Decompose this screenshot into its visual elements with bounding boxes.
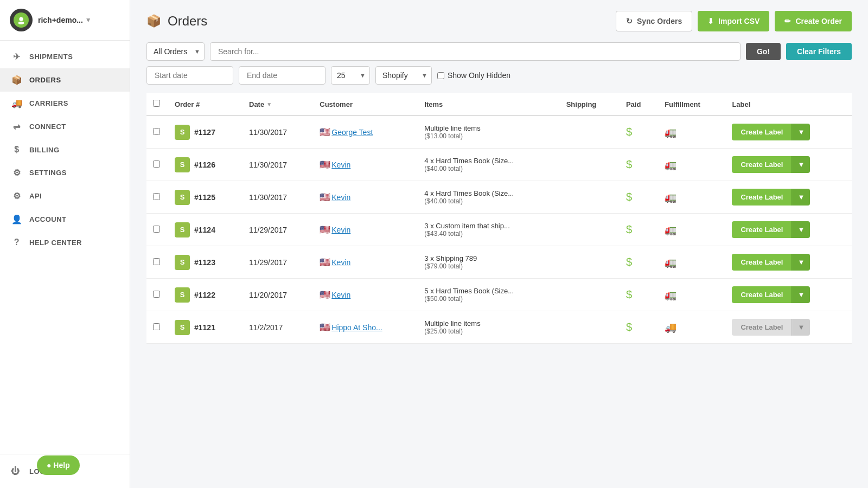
import-icon: ⬇ [707, 17, 714, 25]
customer-name-link[interactable]: Kevin [331, 226, 350, 234]
sidebar-item-orders[interactable]: 📦 ORDERS [0, 68, 130, 92]
sidebar-item-settings[interactable]: ⚙ SETTINGS [0, 161, 130, 184]
row-checkbox[interactable] [153, 160, 160, 168]
store-select-wrap: Shopify All Stores Manual ▼ [375, 66, 432, 85]
create-label-dropdown-button-disabled[interactable]: ▼ [792, 319, 810, 336]
row-label-cell: Create Label▼ [725, 246, 852, 279]
per-page-select[interactable]: 25 50 100 [331, 66, 370, 85]
start-date-input[interactable] [146, 66, 233, 85]
row-shipping-cell [560, 214, 620, 246]
sync-orders-button[interactable]: ↻ Sync Orders [616, 11, 692, 31]
create-label-dropdown-button[interactable]: ▼ [792, 156, 810, 173]
order-number: #1121 [194, 323, 215, 332]
sidebar-item-shipments[interactable]: ✈ SHIPMENTS [0, 45, 130, 68]
items-total: ($50.00 total) [424, 295, 553, 303]
row-date-cell: 11/30/2017 [242, 149, 313, 181]
billing-icon: $ [11, 145, 23, 155]
table-row: S #1124 11/29/2017 🇺🇸Kevin 3 x Custom it… [146, 214, 852, 246]
import-csv-button[interactable]: ⬇ Import CSV [698, 11, 769, 31]
show-only-hidden-checkbox[interactable] [437, 72, 444, 79]
select-all-checkbox[interactable] [153, 100, 160, 107]
create-label-dropdown-button[interactable]: ▼ [792, 189, 810, 206]
paid-icon: $ [626, 256, 632, 268]
go-button[interactable]: Go! [746, 43, 781, 60]
sidebar-item-account[interactable]: 👤 ACCOUNT [0, 208, 130, 231]
create-label-dropdown-button[interactable]: ▼ [792, 124, 810, 140]
create-label-dropdown-button[interactable]: ▼ [792, 221, 810, 238]
customer-name-link[interactable]: Hippo At Sho... [331, 323, 382, 332]
customer-name-link[interactable]: George Test [331, 128, 373, 137]
table-row: S #1123 11/29/2017 🇺🇸Kevin 3 x Shipping … [146, 246, 852, 279]
sidebar-item-api[interactable]: ⚙ API [0, 184, 130, 208]
row-checkbox[interactable] [153, 291, 160, 298]
customer-name-link[interactable]: Kevin [331, 193, 350, 202]
fulfillment-icon: 🚛 [665, 224, 676, 235]
row-checkbox[interactable] [153, 128, 160, 135]
row-paid-cell: $ [620, 115, 658, 149]
items-description: 3 x Shipping 789 [424, 254, 553, 262]
main-content: 📦 Orders ↻ Sync Orders ⬇ Import CSV ✏ Cr… [130, 0, 868, 488]
shopify-icon: S [175, 125, 190, 140]
orders-table-wrap: Order # Date ▼ Customer Items Shipping P… [130, 93, 868, 488]
all-orders-select[interactable]: All Orders Unfulfilled Fulfilled [146, 42, 205, 61]
row-checkbox-cell [146, 149, 168, 181]
sidebar-item-help-center[interactable]: ? HELP CENTER [0, 231, 130, 254]
search-input[interactable] [210, 42, 741, 61]
create-label-button[interactable]: Create Label [732, 156, 792, 173]
sidebar-logo[interactable]: rich+demo... ▼ [0, 0, 130, 41]
row-checkbox[interactable] [153, 258, 160, 265]
order-number: #1122 [194, 291, 215, 299]
create-label-button[interactable]: Create Label [732, 189, 792, 206]
items-description: Multiple line items [424, 319, 553, 328]
row-customer-cell: 🇺🇸Kevin [313, 279, 418, 311]
create-label-dropdown-button[interactable]: ▼ [792, 254, 810, 271]
help-button[interactable]: ● Help [37, 455, 80, 475]
filters-section: All Orders Unfulfilled Fulfilled ▼ Go! C… [130, 42, 868, 93]
create-order-button[interactable]: ✏ Create Order [775, 11, 852, 31]
end-date-input[interactable] [239, 66, 326, 85]
country-flag-icon: 🇺🇸 [320, 225, 330, 234]
create-label-dropdown-button[interactable]: ▼ [792, 286, 810, 303]
sidebar-item-connect[interactable]: ⇌ CONNECT [0, 115, 130, 138]
store-select[interactable]: Shopify All Stores Manual [375, 66, 432, 85]
help-button-label: ● Help [47, 461, 70, 470]
customer-name-link[interactable]: Kevin [331, 291, 350, 299]
sync-orders-label: Sync Orders [637, 17, 682, 25]
row-customer-cell: 🇺🇸Hippo At Sho... [313, 311, 418, 344]
row-checkbox[interactable] [153, 226, 160, 233]
row-paid-cell: $ [620, 311, 658, 344]
fulfillment-icon: 🚚 [665, 322, 676, 333]
page-header: 📦 Orders ↻ Sync Orders ⬇ Import CSV ✏ Cr… [130, 0, 868, 42]
logout-icon: ⏻ [11, 466, 23, 476]
sidebar-item-billing[interactable]: $ BILLING [0, 138, 130, 161]
row-checkbox[interactable] [153, 193, 160, 200]
shopify-icon: S [175, 320, 190, 335]
sidebar-item-label: CARRIERS [29, 99, 68, 107]
create-label-button[interactable]: Create Label [732, 221, 792, 238]
sidebar-item-label: HELP CENTER [29, 239, 82, 247]
row-checkbox[interactable] [153, 323, 160, 330]
row-shipping-cell [560, 181, 620, 214]
customer-name-link[interactable]: Kevin [331, 160, 350, 169]
paid-icon: $ [626, 223, 632, 235]
fulfillment-icon: 🚛 [665, 127, 676, 138]
create-label-button[interactable]: Create Label [732, 254, 792, 271]
create-label-button[interactable]: Create Label [732, 286, 792, 303]
clear-filters-button[interactable]: Clear Filters [786, 43, 852, 60]
row-label-cell: Create Label▼ [725, 149, 852, 181]
items-total: ($40.00 total) [424, 165, 553, 172]
header-date[interactable]: Date ▼ [242, 93, 313, 115]
create-order-icon: ✏ [784, 17, 791, 25]
create-label-button-disabled[interactable]: Create Label [732, 319, 792, 336]
row-paid-cell: $ [620, 149, 658, 181]
country-flag-icon: 🇺🇸 [320, 290, 330, 299]
chevron-down-icon: ▼ [85, 16, 92, 24]
create-label-wrap: Create Label▼ [732, 221, 845, 238]
row-date-cell: 11/29/2017 [242, 214, 313, 246]
create-label-wrap: Create Label▼ [732, 254, 845, 271]
sidebar-item-carriers[interactable]: 🚚 CARRIERS [0, 92, 130, 115]
create-label-wrap: Create Label▼ [732, 189, 845, 206]
account-icon: 👤 [11, 214, 23, 224]
customer-name-link[interactable]: Kevin [331, 258, 350, 267]
create-label-button[interactable]: Create Label [732, 124, 792, 140]
